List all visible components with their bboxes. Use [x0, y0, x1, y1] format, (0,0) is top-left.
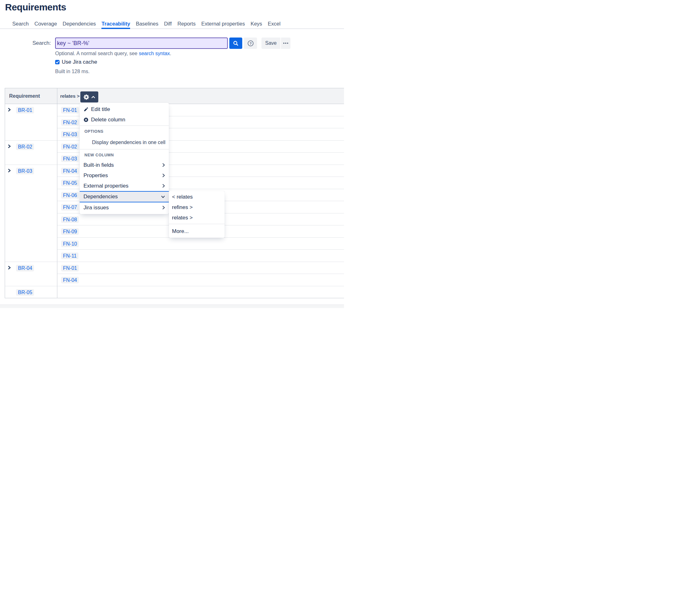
save-button[interactable]: Save — [261, 38, 280, 49]
related-issue-key-link[interactable]: FN-02 — [61, 119, 79, 126]
search-hint: Optional. A normal search query, see sea… — [55, 51, 171, 57]
column-header-requirement-label: Requirement — [9, 93, 40, 99]
requirement-group-row: BR-02FN-02FN-03 — [5, 140, 344, 165]
related-issue-key-link[interactable]: FN-02 — [61, 144, 79, 150]
use-jira-cache-checkbox[interactable] — [55, 60, 60, 64]
requirement-key-link[interactable]: BR-04 — [16, 265, 34, 271]
chevron-right-icon — [162, 173, 165, 177]
menu-section-new-column: NEW COLUMN — [80, 150, 169, 160]
requirement-cell: BR-02 — [5, 140, 58, 165]
submenu-item-relates[interactable]: < relates — [169, 192, 225, 202]
menu-item-dependencies[interactable]: Dependencies — [80, 191, 169, 202]
requirement-group-row: BR-04FN-01FN-04 — [5, 262, 344, 286]
requirement-cell: BR-05 — [5, 286, 58, 298]
related-issue-key-link[interactable]: FN-06 — [61, 192, 79, 199]
menu-item-jira-issues[interactable]: Jira issues — [80, 202, 169, 213]
menu-item-properties[interactable]: Properties — [80, 170, 169, 181]
related-issue-row: FN-01 — [58, 262, 344, 274]
tab-baselines[interactable]: Baselines — [136, 19, 158, 28]
gear-icon — [84, 94, 89, 100]
submenu-item-relates[interactable]: relates > — [169, 213, 225, 223]
page-title: Requirements — [5, 1, 66, 14]
search-label: Search: — [32, 38, 50, 49]
menu-item-label: Edit title — [91, 106, 166, 113]
tab-excel[interactable]: Excel — [268, 19, 280, 28]
magnifier-icon — [233, 40, 239, 46]
related-issue-key-link[interactable]: FN-01 — [61, 265, 79, 271]
requirement-key-link[interactable]: BR-03 — [16, 168, 34, 174]
dependencies-submenu: < relatesrefines >relates >More... — [169, 191, 225, 238]
requirement-cell: BR-03 — [5, 165, 58, 262]
tab-coverage[interactable]: Coverage — [35, 19, 57, 28]
question-circle-icon: ? — [247, 40, 254, 47]
search-syntax-link[interactable]: search syntax — [139, 51, 170, 56]
requirement-key-link[interactable]: BR-05 — [16, 289, 34, 296]
related-issue-row: FN-10 — [58, 238, 344, 250]
related-issue-key-link[interactable]: FN-05 — [61, 180, 79, 186]
related-issue-key-link[interactable]: FN-10 — [61, 241, 79, 247]
chevron-up-icon — [91, 96, 95, 98]
row-expander[interactable] — [8, 168, 11, 172]
column-header-relates: relates > — [58, 88, 344, 104]
column-settings-menu: Edit titleDelete columnOPTIONSDisplay de… — [80, 103, 169, 214]
checkmark-icon — [55, 60, 59, 64]
tab-external-properties[interactable]: External properties — [201, 19, 245, 28]
menu-option-display-dependencies-in-one-cell[interactable]: Display dependencies in one cell — [80, 136, 169, 149]
chevron-down-icon — [161, 195, 165, 198]
related-issue-key-link[interactable]: FN-07 — [61, 204, 79, 211]
build-time-text: Built in 128 ms. — [55, 69, 89, 74]
related-issue-key-link[interactable]: FN-04 — [61, 277, 79, 283]
row-expander[interactable] — [8, 107, 11, 111]
tab-keys[interactable]: Keys — [250, 19, 262, 28]
requirement-cell: BR-04 — [5, 262, 58, 286]
chevron-right-icon — [162, 184, 165, 188]
expand-chevron-icon — [8, 108, 11, 112]
help-button[interactable]: ? — [244, 38, 257, 49]
chevron-right-icon — [162, 163, 165, 167]
more-options-button[interactable] — [281, 38, 291, 49]
related-issue-row: FN-11 — [58, 250, 344, 262]
related-issue-key-link[interactable]: FN-01 — [61, 107, 79, 113]
table-header-row: Requirement relates > — [5, 88, 344, 104]
related-issue-key-link[interactable]: FN-09 — [61, 228, 79, 235]
row-expander[interactable] — [8, 265, 11, 269]
menu-item-external-properties[interactable]: External properties — [80, 181, 169, 191]
tab-diff[interactable]: Diff — [164, 19, 172, 28]
expand-chevron-icon — [8, 145, 11, 148]
menu-item-edit-title[interactable]: Edit title — [80, 104, 169, 114]
column-header-relates-label: relates > — [60, 93, 80, 99]
tab-reports[interactable]: Reports — [177, 19, 196, 28]
related-issue-key-link[interactable]: FN-03 — [61, 155, 79, 162]
requirement-key-link[interactable]: BR-01 — [16, 107, 34, 113]
use-jira-cache-label: Use Jira cache — [62, 60, 97, 65]
tab-search[interactable]: Search — [12, 19, 29, 28]
column-settings-button[interactable] — [80, 91, 98, 103]
requirement-cell: BR-01 — [5, 104, 58, 140]
cross-circle-icon — [84, 117, 89, 122]
related-issue-key-link[interactable]: FN-11 — [61, 252, 78, 259]
menu-item-label: Jira issues — [84, 204, 162, 211]
menu-item-built-in-fields[interactable]: Built-in fields — [80, 160, 169, 170]
row-expander[interactable] — [8, 144, 11, 148]
related-issue-key-link[interactable]: FN-08 — [61, 216, 79, 223]
ellipsis-icon — [283, 42, 289, 44]
requirement-group-row: BR-05 — [5, 286, 344, 298]
related-issue-key-link[interactable]: FN-04 — [61, 168, 79, 174]
menu-item-label: Delete column — [91, 117, 166, 123]
submenu-item-refines[interactable]: refines > — [169, 202, 225, 213]
submenu-item-more[interactable]: More... — [169, 226, 225, 237]
related-issue-key-link[interactable]: FN-03 — [61, 131, 79, 138]
requirement-group-row: BR-01FN-01FN-02FN-03 — [5, 104, 344, 140]
menu-item-delete-column[interactable]: Delete column — [80, 114, 169, 125]
submenu-separator — [169, 224, 225, 224]
expand-chevron-icon — [8, 266, 11, 269]
requirement-key-link[interactable]: BR-02 — [16, 144, 34, 150]
tab-traceability[interactable]: Traceability — [101, 19, 130, 28]
chevron-right-icon — [162, 205, 165, 210]
search-query-input[interactable] — [55, 38, 228, 49]
tab-dependencies[interactable]: Dependencies — [63, 19, 96, 28]
menu-item-label: External properties — [84, 183, 162, 189]
tab-bar: SearchCoverageDependenciesTraceabilityBa… — [0, 19, 344, 29]
search-submit-button[interactable] — [229, 38, 242, 49]
menu-item-label: Built-in fields — [84, 162, 162, 168]
